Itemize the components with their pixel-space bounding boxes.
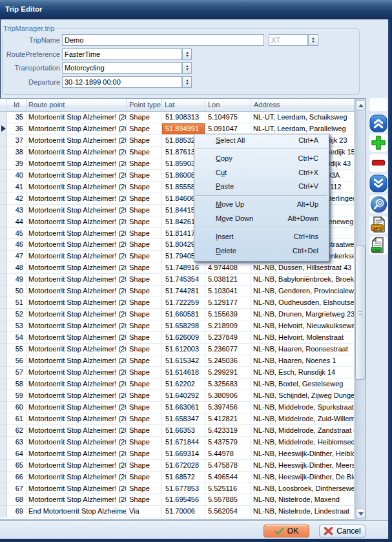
cell-lat[interactable]: 51.677853 <box>162 483 205 495</box>
cell-point-type[interactable]: Shape <box>127 216 162 228</box>
cell-point-type[interactable]: Shape <box>127 437 162 448</box>
cell-lon[interactable]: 5.44978 <box>205 448 251 460</box>
grid-column-header-route-point[interactable]: Route point <box>27 99 127 112</box>
cell-route-point[interactable]: Motortoerrit Stop Alzheimer! (20 <box>27 112 127 123</box>
cell-lat[interactable]: 51.695456 <box>162 494 205 506</box>
scrollbar-down-button[interactable] <box>356 508 366 519</box>
cell-lat[interactable]: 51.663061 <box>162 402 205 413</box>
cell-point-type[interactable]: Shape <box>127 170 162 182</box>
grid-column-header-lon[interactable]: Lon <box>205 99 251 112</box>
cell-point-type[interactable]: Shape <box>127 460 162 472</box>
routepreference-spinner[interactable] <box>182 48 192 60</box>
cell-lat[interactable]: 51.612003 <box>162 344 205 355</box>
menu-item-insert[interactable]: InsertCtrl+Ins <box>194 229 329 244</box>
menu-item-move-up[interactable]: Move UpAlt+Up <box>194 198 329 212</box>
cell-id[interactable]: 59 <box>7 390 27 402</box>
menu-item-paste[interactable]: PasteCtrl+V <box>194 179 329 193</box>
cell-address[interactable]: NL-NB, Heeswijk-Dinther, Heiblomsedijk <box>251 448 355 460</box>
spin-down-icon[interactable] <box>186 83 189 85</box>
cell-point-type[interactable]: Shape <box>127 182 162 193</box>
cell-point-type[interactable]: Shape <box>127 425 162 437</box>
transportation-spinner[interactable] <box>182 62 192 74</box>
cell-id[interactable]: 68 <box>7 494 27 506</box>
cell-lon[interactable]: 5.496544 <box>205 472 251 483</box>
cell-point-type[interactable]: Shape <box>127 494 162 506</box>
cell-lon[interactable]: 5.437579 <box>205 437 251 448</box>
cell-point-type[interactable]: Shape <box>127 112 162 123</box>
cell-lat[interactable]: 51.672028 <box>162 460 205 472</box>
cell-address[interactable]: NL-NB, Genderen, Provincialeweg <box>251 286 355 297</box>
cell-route-point[interactable]: Motortoerrit Stop Alzheimer! (20 <box>27 413 127 425</box>
cell-lon[interactable]: 5.525116 <box>205 483 251 495</box>
cell-id[interactable]: 64 <box>7 448 27 460</box>
cell-point-type[interactable]: Shape <box>127 320 162 332</box>
cell-lat[interactable]: 51.615342 <box>162 355 205 367</box>
cell-address[interactable]: NL-NB, Helvoirt, Nieuwkuikseweg <box>251 320 355 332</box>
cell-route-point[interactable]: Motortoerrit Stop Alzheimer! (20 <box>27 367 127 379</box>
cell-lon[interactable]: 5.129177 <box>205 297 251 309</box>
cell-route-point[interactable]: Motortoerrit Stop Alzheimer! (20 <box>27 216 127 228</box>
cell-id[interactable]: 35 <box>7 112 27 123</box>
cell-lat[interactable]: 51.745354 <box>162 274 205 286</box>
cell-route-point[interactable]: Motortoerrit Stop Alzheimer! (20 <box>27 390 127 402</box>
cell-id[interactable]: 62 <box>7 425 27 437</box>
menu-item-cut[interactable]: CutCtrl+X <box>194 165 329 180</box>
cell-route-point[interactable]: Motortoerrit Stop Alzheimer! (20 <box>27 460 127 472</box>
cell-point-type[interactable]: Shape <box>127 147 162 158</box>
cell-address[interactable]: NL-NB, Middelrode, Zuid-Willemsvaart <box>251 413 355 425</box>
cell-address[interactable]: NL-NB, Nistelrode, Lindestraat <box>251 506 355 517</box>
cell-route-point[interactable]: Motortoerrit Stop Alzheimer! (20 <box>27 494 127 506</box>
cell-id[interactable]: 45 <box>7 228 27 240</box>
cell-address[interactable]: NL-NB, Dussen, Hillsestraat 43 <box>251 262 355 274</box>
spin-up-icon[interactable] <box>186 65 189 67</box>
cell-route-point[interactable]: Motortoerrit Stop Alzheimer! (20 <box>27 170 127 182</box>
cell-address[interactable]: NL-NB, Nistelrode, Maxend <box>251 494 355 506</box>
cell-lat[interactable]: 51.640292 <box>162 390 205 402</box>
cell-address[interactable]: NL-NB, Middelrode, Heiblomsedijk <box>251 437 355 448</box>
grid-column-header-address[interactable]: Address <box>251 99 355 112</box>
cell-id[interactable]: 39 <box>7 158 27 170</box>
cell-lat[interactable]: 51.669314 <box>162 448 205 460</box>
cell-id[interactable]: 57 <box>7 367 27 379</box>
cell-lat[interactable]: 51.748916 <box>162 262 205 274</box>
grid-column-header-id[interactable]: Id <box>7 99 27 112</box>
cell-point-type[interactable]: Shape <box>127 309 162 320</box>
cell-lon[interactable]: 5.475878 <box>205 460 251 472</box>
cell-lon[interactable]: 5.038121 <box>205 274 251 286</box>
cell-address[interactable]: NL-NB, Schijndel, Zijweg Dungense <box>251 390 355 402</box>
cell-point-type[interactable]: Shape <box>127 332 162 344</box>
cell-point-type[interactable]: Shape <box>127 239 162 251</box>
grid-vertical-scrollbar[interactable] <box>355 99 366 520</box>
cell-id[interactable]: 42 <box>7 193 27 205</box>
cell-id[interactable]: 69 <box>7 506 27 517</box>
cell-route-point[interactable]: Motortoerrit Stop Alzheimer! (20 <box>27 286 127 297</box>
cell-lat[interactable]: 51.744281 <box>162 286 205 297</box>
cell-route-point[interactable]: Motortoerrit Stop Alzheimer! (20 <box>27 332 127 344</box>
export-csv-button[interactable]: CSV <box>369 236 387 255</box>
cell-id[interactable]: 47 <box>7 251 27 262</box>
spin-down-icon[interactable] <box>312 41 315 43</box>
cell-point-type[interactable]: Shape <box>127 413 162 425</box>
add-row-button[interactable] <box>369 134 387 152</box>
cell-id[interactable]: 46 <box>7 239 27 251</box>
cell-point-type[interactable]: Shape <box>127 472 162 483</box>
cell-point-type[interactable]: Shape <box>127 135 162 147</box>
cell-point-type[interactable]: Shape <box>127 123 162 135</box>
cell-route-point[interactable]: Motortoerrit Stop Alzheimer! (20 <box>27 193 127 205</box>
grid-column-header-lat[interactable]: Lat <box>162 99 205 112</box>
cell-id[interactable]: 58 <box>7 379 27 390</box>
cell-lon[interactable]: 5.236077 <box>205 344 251 355</box>
cell-point-type[interactable]: Shape <box>127 205 162 216</box>
cell-lon[interactable]: 5.237849 <box>205 332 251 344</box>
cell-lon[interactable]: 5.412821 <box>205 413 251 425</box>
menu-item-move-down[interactable]: Move DownAlt+Down <box>194 211 329 225</box>
scrollbar-up-button[interactable] <box>356 100 366 110</box>
cell-id[interactable]: 65 <box>7 460 27 472</box>
cell-point-type[interactable]: Shape <box>127 379 162 390</box>
cell-route-point[interactable]: Motortoerrit Stop Alzheimer! (20 <box>27 228 127 240</box>
cell-route-point[interactable]: Motortoerrit Stop Alzheimer! (20 <box>27 205 127 216</box>
cell-point-type[interactable]: Shape <box>127 402 162 413</box>
search-button[interactable] <box>369 195 387 213</box>
cell-lon[interactable]: 4.974408 <box>205 262 251 274</box>
move-to-top-button[interactable] <box>369 114 387 132</box>
